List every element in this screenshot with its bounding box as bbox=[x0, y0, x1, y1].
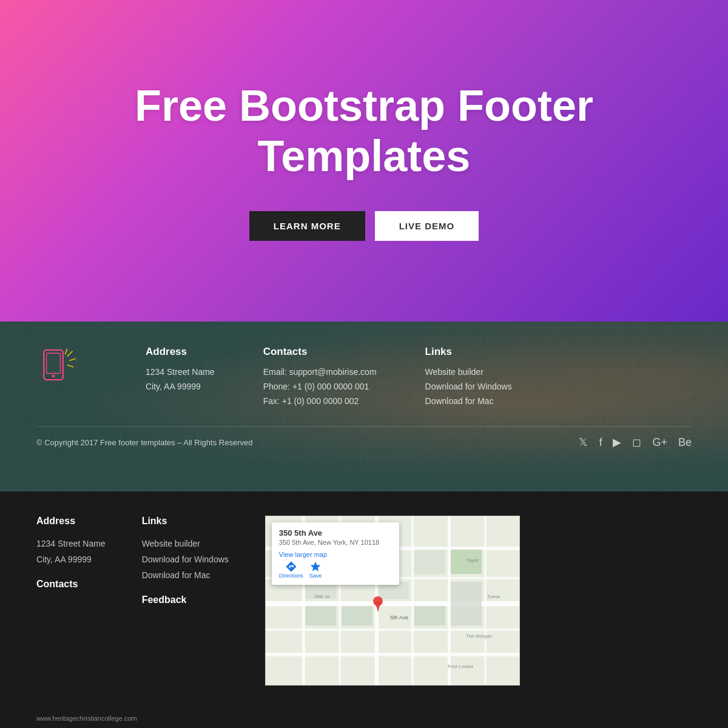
mobile-logo-icon bbox=[36, 346, 79, 388]
googleplus-icon[interactable]: G+ bbox=[652, 436, 667, 449]
twitter-icon[interactable]: 𝕏 bbox=[579, 436, 588, 449]
footer-light-address-line1: 1234 Street Name bbox=[36, 536, 106, 552]
svg-rect-24 bbox=[342, 606, 372, 625]
svg-text:Foot Locker: Foot Locker bbox=[448, 664, 474, 669]
hero-section: Free Bootstrap Footer Templates LEARN MO… bbox=[0, 0, 728, 322]
footer-dark-address-line1: 1234 Street Name bbox=[146, 365, 215, 380]
map-popup-title: 350 5th Ave bbox=[279, 528, 392, 538]
svg-rect-17 bbox=[448, 516, 451, 685]
map-save-button[interactable]: Save bbox=[309, 561, 322, 579]
svg-point-2 bbox=[52, 375, 55, 377]
svg-text:39th St: 39th St bbox=[314, 594, 330, 599]
svg-rect-25 bbox=[414, 606, 445, 625]
footer-light-links-col: Links Website builder Download for Windo… bbox=[142, 516, 229, 615]
svg-rect-16 bbox=[411, 516, 414, 685]
footer-dark-top: Address 1234 Street Name City, AA 99999 … bbox=[36, 346, 692, 408]
facebook-icon[interactable]: f bbox=[599, 436, 602, 449]
map-popup: 350 5th Ave 350 5th Ave, New York, NY 10… bbox=[272, 522, 399, 585]
map-container[interactable]: 5th Ave 39th St Taylor Zuma Foot Locker … bbox=[265, 516, 520, 686]
footer-light-links-heading: Links bbox=[142, 516, 229, 527]
footer-dark-address-col: Address 1234 Street Name City, AA 99999 bbox=[146, 346, 215, 394]
svg-text:Taylor: Taylor bbox=[466, 558, 479, 563]
footer-dark-content: Address 1234 Street Name City, AA 99999 … bbox=[0, 322, 728, 461]
map-popup-actions: Directions Save bbox=[279, 561, 392, 579]
footer-light-link3[interactable]: Download for Mac bbox=[142, 568, 229, 584]
footer-light-section: Address 1234 Street Name City, AA 99999 … bbox=[0, 491, 728, 728]
youtube-icon[interactable]: ▶ bbox=[613, 436, 621, 449]
svg-line-6 bbox=[65, 349, 67, 354]
footer-light-contacts-heading: Contacts bbox=[36, 579, 106, 590]
website-url: www.heritagechristiancollege.com bbox=[36, 715, 137, 722]
footer-dark-email: Email: support@mobirise.com bbox=[263, 365, 377, 380]
map-directions-button[interactable]: Directions bbox=[279, 561, 303, 579]
footer-dark-copyright: © Copyright 2017 Free footer templates –… bbox=[36, 438, 252, 447]
svg-rect-26 bbox=[451, 582, 482, 625]
footer-social-icons: 𝕏 f ▶ ◻ G+ Be bbox=[579, 436, 692, 449]
svg-line-4 bbox=[69, 359, 76, 361]
footer-light-address-line2: City, AA 99999 bbox=[36, 552, 106, 568]
footer-dark-section: Address 1234 Street Name City, AA 99999 … bbox=[0, 322, 728, 491]
footer-dark-link1[interactable]: Website builder bbox=[425, 365, 512, 380]
svg-rect-1 bbox=[47, 353, 61, 373]
hero-title: Free Bootstrap Footer Templates bbox=[24, 81, 704, 181]
footer-dark-address-line2: City, AA 99999 bbox=[146, 380, 215, 394]
footer-light-address-heading: Address bbox=[36, 516, 106, 527]
svg-line-3 bbox=[67, 351, 73, 357]
footer-light-feedback-heading: Feedback bbox=[142, 595, 229, 605]
learn-more-button[interactable]: LEARN MORE bbox=[249, 211, 365, 241]
footer-light-link2[interactable]: Download for Windows bbox=[142, 552, 229, 568]
footer-dark-address-heading: Address bbox=[146, 346, 215, 358]
footer-dark-phone: Phone: +1 (0) 000 0000 001 bbox=[263, 380, 377, 394]
footer-light-link1[interactable]: Website builder bbox=[142, 536, 229, 552]
footer-dark-bottom: © Copyright 2017 Free footer templates –… bbox=[36, 426, 692, 449]
footer-dark-link3[interactable]: Download for Mac bbox=[425, 394, 512, 409]
svg-text:5th Ave: 5th Ave bbox=[390, 615, 408, 621]
svg-rect-22 bbox=[414, 550, 445, 574]
hero-buttons: LEARN MORE LIVE DEMO bbox=[249, 211, 479, 241]
live-demo-button[interactable]: LIVE DEMO bbox=[375, 211, 479, 241]
footer-dark-contacts-col: Contacts Email: support@mobirise.com Pho… bbox=[263, 346, 377, 408]
instagram-icon[interactable]: ◻ bbox=[632, 436, 641, 449]
footer-dark-links-col: Links Website builder Download for Windo… bbox=[425, 346, 512, 408]
map-view-larger[interactable]: View larger map bbox=[279, 551, 392, 558]
svg-rect-18 bbox=[484, 516, 487, 685]
map-popup-addr: 350 5th Ave, New York, NY 10118 bbox=[279, 539, 392, 546]
footer-logo bbox=[36, 346, 97, 391]
footer-dark-contacts-heading: Contacts bbox=[263, 346, 377, 358]
footer-light-address-col: Address 1234 Street Name City, AA 99999 … bbox=[36, 516, 106, 599]
svg-rect-23 bbox=[305, 606, 336, 625]
footer-dark-fax: Fax: +1 (0) 000 0000 002 bbox=[263, 394, 377, 409]
behance-icon[interactable]: Be bbox=[678, 436, 692, 449]
svg-text:Zuma: Zuma bbox=[487, 594, 500, 599]
footer-dark-links-heading: Links bbox=[425, 346, 512, 358]
svg-line-5 bbox=[67, 365, 74, 368]
svg-text:The Morgan: The Morgan bbox=[466, 633, 492, 639]
footer-dark-link2[interactable]: Download for Windows bbox=[425, 380, 512, 394]
